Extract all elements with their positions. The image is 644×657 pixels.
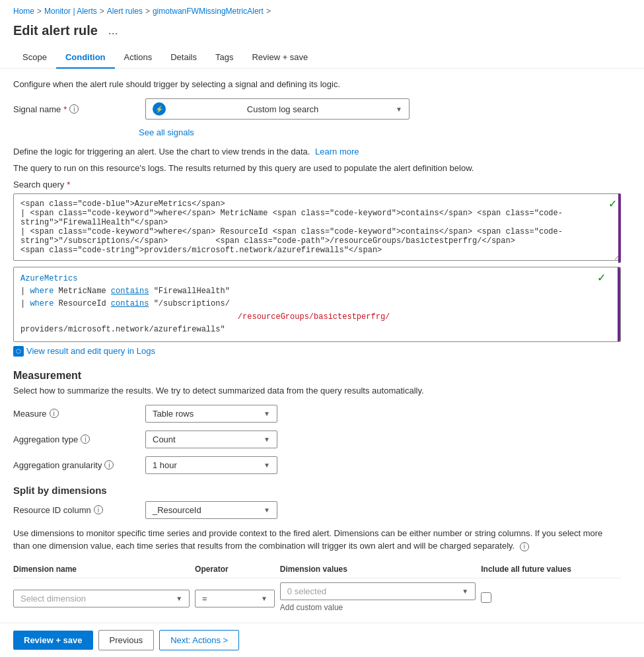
signal-name-label: Signal name * i [13,104,139,114]
resource-id-dropdown-icon: ▼ [264,506,270,514]
search-query-container: <span class="code-blue">AzureMetrics</sp… [13,193,621,263]
signal-name-dropdown[interactable]: ⚡ Custom log search ▼ [145,98,410,120]
query-content: AzureMetrics | where MetricName contains… [20,273,600,336]
query-valid-icon: ✓ [597,271,606,284]
dimension-values-value: 0 selected [287,586,326,596]
include-future-checkbox[interactable] [481,592,491,603]
dimensions-info-icon[interactable]: i [520,542,529,551]
query-contains-1: contains [111,287,149,296]
signal-required: * [63,104,67,114]
dimensions-info-text: Use dimensions to monitor specific time … [13,527,621,553]
aggregation-type-dropdown[interactable]: Count ▼ [145,431,277,448]
signal-dropdown-icon: ▼ [396,106,402,113]
operator-dropdown[interactable]: = ▼ [195,590,275,607]
query-fw: "FirewallHealth" [149,287,229,296]
agg-type-info-icon[interactable]: i [81,434,90,444]
breadcrumb-sep-2: > [100,7,104,16]
query-sub: "/subscriptions/ [149,299,229,308]
query-pipe-2: | [20,299,30,308]
dimensions-table: Dimension name Operator Dimension values… [13,561,621,619]
aggregation-granularity-dropdown[interactable]: 1 hour ▼ [145,456,277,474]
next-button[interactable]: Next: Actions > [159,630,239,650]
breadcrumb-monitor[interactable]: Monitor | Alerts [44,7,97,16]
measure-dropdown[interactable]: Table rows ▼ [145,405,277,423]
measure-row: Measure i Table rows ▼ [13,405,621,423]
condition-description: Configure when the alert rule should tri… [13,79,621,89]
logic-description: Define the logic for triggering an alert… [13,147,621,156]
page-title: Edit alert rule [13,23,98,38]
col-operator: Operator [195,561,280,578]
resource-id-dropdown[interactable]: _ResourceId ▼ [145,501,277,519]
page-title-row: Edit alert rule ... [0,20,644,47]
table-row: Select dimension ▼ = ▼ 0 [13,578,621,619]
tab-scope[interactable]: Scope [13,47,56,69]
query-spacer [20,312,238,322]
query-pipe-1: | [20,287,30,296]
breadcrumb-home[interactable]: Home [13,7,34,16]
col-dimension-values: Dimension values [280,561,481,578]
view-logs-link[interactable]: View result and edit query in Logs [26,346,155,356]
resource-id-value: _ResourceId [153,505,201,515]
dimension-name-dropdown[interactable]: Select dimension ▼ [13,590,190,607]
query-resourceid: ResourceId [54,299,110,308]
signal-name-value: Custom log search [247,104,318,114]
tab-condition[interactable]: Condition [56,47,115,69]
resource-id-label: Resource ID column i [13,505,139,515]
measure-dropdown-icon: ▼ [264,410,270,417]
query-sidebar-accent [618,267,620,341]
query-where-2: where [30,299,54,308]
tab-tags[interactable]: Tags [206,47,242,69]
dim-op-cell: = ▼ [195,578,280,619]
aggregation-granularity-value: 1 hour [153,460,177,470]
resource-id-info-icon[interactable]: i [94,505,103,514]
breadcrumb-alert-name[interactable]: gimotwanFWMissingMetricAlert [153,7,264,16]
ellipsis-button[interactable]: ... [104,22,122,39]
signal-icon: ⚡ [153,102,166,116]
measure-info-icon[interactable]: i [50,409,59,418]
tab-review-save[interactable]: Review + save [242,47,317,69]
add-custom-value[interactable]: Add custom value [280,600,476,615]
tab-details[interactable]: Details [161,47,206,69]
query-contains-2: contains [111,299,149,308]
signal-info-icon[interactable]: i [69,104,79,114]
review-save-button[interactable]: Review + save [13,631,93,650]
dim-name-cell: Select dimension ▼ [13,578,195,619]
dimension-values-dropdown[interactable]: 0 selected ▼ [280,582,476,600]
dimensions-table-header: Dimension name Operator Dimension values… [13,561,621,578]
breadcrumb-sep-1: > [37,7,42,16]
learn-more-link[interactable]: Learn more [315,147,359,156]
see-all-signals: See all signals [139,127,621,137]
search-query-input[interactable]: <span class="code-blue">AzureMetrics</sp… [13,193,621,261]
query-styled-box[interactable]: AzureMetrics | where MetricName contains… [13,267,621,342]
tab-actions[interactable]: Actions [115,47,162,69]
resource-id-row: Resource ID column i _ResourceId ▼ [13,501,621,519]
breadcrumb-sep-3: > [145,7,150,16]
query-providers: providers/microsoft.network/azurefirewal… [20,325,225,334]
dim-name-dropdown-icon: ▼ [176,595,182,602]
measure-label: Measure i [13,409,139,419]
dimensions-table-body: Select dimension ▼ = ▼ 0 [13,578,621,619]
split-header: Split by dimensions [13,485,621,496]
measurement-header: Measurement [13,370,621,382]
previous-button[interactable]: Previous [98,630,155,650]
split-by-dimensions-section: Split by dimensions Resource ID column i… [13,485,621,619]
measurement-section: Measurement Select how to summarize the … [13,370,621,474]
aggregation-type-value: Count [153,434,176,444]
op-dropdown-icon: ▼ [261,595,268,602]
aggregation-granularity-label: Aggregation granularity i [13,460,139,470]
search-query-label: Search query * [13,180,621,190]
query-where-1: where [30,287,54,296]
dim-future-cell [481,578,621,619]
agg-gran-dropdown-icon: ▼ [264,462,270,469]
query-accent-bar [618,193,621,263]
footer-bar: Review + save Previous Next: Actions > [0,623,644,657]
agg-gran-info-icon[interactable]: i [104,460,114,469]
operator-value: = [202,594,207,604]
aggregation-type-label: Aggregation type i [13,434,139,444]
aggregation-granularity-row: Aggregation granularity i 1 hour ▼ [13,456,621,474]
view-logs-row: ⬡ View result and edit query in Logs [13,346,621,357]
breadcrumb-alert-rules[interactable]: Alert rules [107,7,143,16]
col-include-future: Include all future values [481,561,621,578]
see-all-signals-link[interactable]: See all signals [139,127,194,137]
query-metricname: MetricName [54,287,110,296]
